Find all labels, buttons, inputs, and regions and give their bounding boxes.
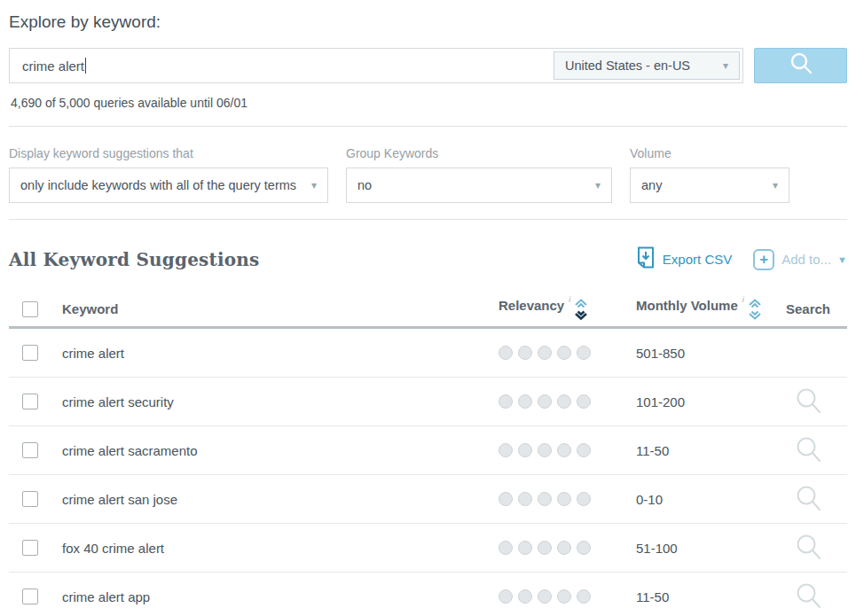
row-checkbox[interactable] bbox=[22, 345, 38, 361]
table-header-row: Keyword Relevancy i Monthly Volume bbox=[9, 292, 847, 329]
suggestions-header: All Keyword Suggestions Export CSV + Add… bbox=[9, 246, 847, 272]
relevancy-dots bbox=[481, 346, 618, 360]
row-monthly-volume: 101-200 bbox=[618, 394, 769, 409]
relevancy-dot bbox=[518, 541, 532, 555]
relevancy-dot bbox=[557, 589, 571, 604]
row-keyword: crime alert security bbox=[62, 394, 481, 409]
dropdown-value: any bbox=[641, 178, 662, 192]
relevancy-dot bbox=[577, 492, 591, 506]
column-header-relevancy: Relevancy i bbox=[481, 298, 618, 321]
relevancy-dots bbox=[481, 541, 618, 555]
select-all-checkbox[interactable] bbox=[22, 301, 38, 317]
search-row: crime alert United States - en-US ▾ bbox=[9, 48, 847, 83]
row-keyword: crime alert bbox=[62, 346, 481, 361]
volume-dropdown[interactable]: any ▾ bbox=[630, 168, 789, 203]
keyword-explorer-page: Explore by keyword: crime alert United S… bbox=[0, 0, 856, 616]
add-to-label: Add to... bbox=[781, 252, 831, 267]
locale-dropdown-value: United States - en-US bbox=[565, 58, 690, 73]
relevancy-dot bbox=[577, 443, 591, 457]
table-row: crime alert security 101-200 bbox=[9, 378, 847, 426]
relevancy-dot bbox=[538, 492, 552, 506]
row-search-icon[interactable] bbox=[769, 386, 847, 417]
relevancy-dot bbox=[518, 346, 532, 360]
relevancy-dot bbox=[518, 394, 532, 409]
table-actions: Export CSV + Add to... ▼ bbox=[637, 246, 847, 272]
relevancy-dot bbox=[499, 346, 513, 360]
relevancy-dot bbox=[577, 394, 591, 409]
monthly-volume-header-label: Monthly Volume bbox=[636, 298, 738, 313]
relevancy-dot bbox=[577, 346, 591, 360]
row-search-icon[interactable] bbox=[769, 533, 847, 563]
table-row: crime alert app 11-50 bbox=[9, 573, 847, 616]
filter-volume: Volume any ▾ bbox=[630, 146, 789, 203]
relevancy-dot bbox=[538, 394, 552, 409]
sort-monthly-volume-icon[interactable] bbox=[748, 299, 762, 321]
relevancy-dot bbox=[499, 394, 513, 409]
relevancy-dot bbox=[518, 492, 532, 506]
relevancy-dots bbox=[481, 394, 618, 409]
export-csv-icon bbox=[637, 246, 655, 272]
dropdown-value: no bbox=[357, 178, 372, 192]
row-checkbox[interactable] bbox=[22, 442, 38, 458]
row-checkbox[interactable] bbox=[22, 394, 38, 409]
filters-bar: Display keyword suggestions that only in… bbox=[9, 146, 847, 203]
table-row: crime alert san jose 0-10 bbox=[9, 475, 847, 524]
search-button[interactable] bbox=[754, 48, 847, 83]
row-search-icon[interactable] bbox=[769, 484, 847, 514]
row-checkbox[interactable] bbox=[22, 491, 38, 507]
text-cursor bbox=[85, 58, 86, 74]
relevancy-dots bbox=[481, 589, 618, 604]
row-search-icon[interactable] bbox=[769, 435, 847, 465]
keyword-input-value: crime alert bbox=[22, 58, 84, 74]
relevancy-dot bbox=[557, 541, 571, 555]
page-title: Explore by keyword: bbox=[9, 12, 847, 32]
row-monthly-volume: 11-50 bbox=[618, 589, 769, 604]
chevron-down-icon: ▾ bbox=[773, 179, 778, 191]
row-search-icon[interactable] bbox=[769, 581, 847, 612]
relevancy-dot bbox=[538, 346, 552, 360]
export-csv-button[interactable]: Export CSV bbox=[637, 246, 732, 272]
keyword-search-input[interactable]: crime alert United States - en-US ▾ bbox=[9, 48, 743, 83]
relevancy-dot bbox=[577, 589, 591, 604]
row-keyword: crime alert san jose bbox=[62, 492, 481, 507]
relevancy-dot bbox=[499, 589, 513, 604]
divider bbox=[9, 126, 847, 127]
column-header-search: Search bbox=[769, 301, 847, 316]
locale-dropdown[interactable]: United States - en-US ▾ bbox=[554, 51, 740, 80]
relevancy-dot bbox=[518, 443, 532, 457]
plus-icon: + bbox=[753, 249, 774, 270]
add-to-button[interactable]: + Add to... ▼ bbox=[753, 249, 847, 270]
chevron-down-icon: ▾ bbox=[311, 179, 317, 191]
suggestions-type-dropdown[interactable]: only include keywords with all of the qu… bbox=[9, 168, 328, 203]
filter-label: Group Keywords bbox=[346, 146, 612, 160]
sort-relevancy-icon[interactable] bbox=[574, 299, 588, 321]
row-monthly-volume: 51-100 bbox=[618, 541, 769, 556]
relevancy-dot bbox=[518, 589, 532, 604]
column-header-keyword: Keyword bbox=[62, 301, 481, 316]
relevancy-dot bbox=[557, 394, 571, 409]
quota-note: 4,690 of 5,000 queries available until 0… bbox=[11, 96, 847, 110]
relevancy-dots bbox=[481, 492, 618, 506]
divider bbox=[9, 219, 847, 220]
info-icon: i bbox=[742, 295, 744, 304]
group-keywords-dropdown[interactable]: no ▾ bbox=[346, 168, 612, 203]
export-csv-label: Export CSV bbox=[663, 252, 732, 267]
relevancy-dot bbox=[538, 443, 552, 457]
row-monthly-volume: 501-850 bbox=[618, 346, 769, 361]
relevancy-dots bbox=[481, 443, 618, 457]
relevancy-dot bbox=[499, 541, 513, 555]
row-monthly-volume: 11-50 bbox=[618, 443, 769, 458]
column-header-monthly-volume: Monthly Volume i bbox=[618, 298, 769, 321]
row-checkbox[interactable] bbox=[22, 589, 38, 604]
suggestions-table-body: crime alert 501-850 crime alert security… bbox=[9, 329, 847, 616]
chevron-down-icon: ▾ bbox=[723, 59, 728, 72]
magnifier-icon bbox=[788, 51, 814, 81]
relevancy-dot bbox=[538, 589, 552, 604]
relevancy-header-label: Relevancy bbox=[499, 298, 564, 313]
relevancy-dot bbox=[557, 492, 571, 506]
row-checkbox[interactable] bbox=[22, 540, 38, 556]
chevron-down-icon: ▼ bbox=[837, 254, 847, 265]
section-title: All Keyword Suggestions bbox=[9, 249, 637, 270]
chevron-down-icon: ▾ bbox=[595, 179, 601, 191]
filter-label: Display keyword suggestions that bbox=[9, 146, 328, 160]
